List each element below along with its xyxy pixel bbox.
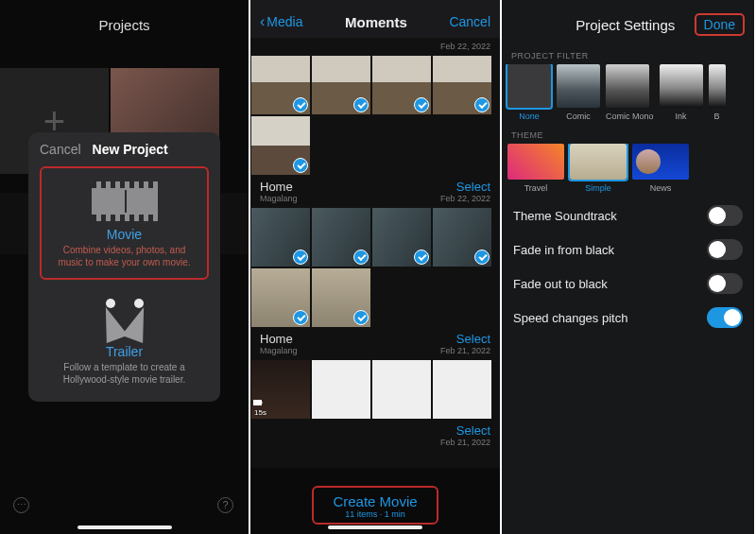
section-header: SelectFeb 21, 2022 xyxy=(250,420,500,451)
section-header: HomeMagalang SelectFeb 21, 2022 xyxy=(250,328,500,359)
media-thumb[interactable] xyxy=(433,56,491,114)
theme-row[interactable]: Travel Simple News xyxy=(502,144,754,193)
theme-name: Simple xyxy=(570,183,627,193)
setting-fade-in: Fade in from black xyxy=(513,233,743,267)
back-button[interactable]: ‹Media xyxy=(260,13,302,30)
screen-media-picker: ‹Media Moments Cancel Feb 22, 2022 HomeM… xyxy=(250,0,502,534)
media-thumb[interactable] xyxy=(372,56,431,114)
check-icon xyxy=(293,250,308,265)
filter-row[interactable]: None Comic Comic Mono Ink B xyxy=(502,64,754,121)
filter-section-label: PROJECT FILTER xyxy=(502,42,754,64)
media-thumb[interactable] xyxy=(312,268,370,327)
media-thumb[interactable] xyxy=(433,208,491,267)
section-header: HomeMagalang SelectFeb 22, 2022 xyxy=(250,176,500,207)
select-link[interactable]: Select xyxy=(440,180,490,194)
media-thumb[interactable] xyxy=(372,208,431,267)
trailer-desc: Follow a template to create a Hollywood-… xyxy=(47,359,201,386)
theme-name: News xyxy=(632,183,689,193)
section-title: Home xyxy=(260,180,298,194)
section-title: Home xyxy=(260,332,298,346)
section-subtitle: Magalang xyxy=(260,194,298,203)
filter-name: Comic xyxy=(557,112,600,121)
create-movie-label: Create Movie xyxy=(333,493,417,509)
back-label: Media xyxy=(266,14,302,29)
cancel-button[interactable]: Cancel xyxy=(449,14,490,29)
media-thumb[interactable] xyxy=(433,360,491,419)
check-icon xyxy=(474,97,490,112)
setting-label: Fade in from black xyxy=(513,243,614,257)
movie-option[interactable]: Movie Combine videos, photos, and music … xyxy=(40,166,209,280)
toggle-switch[interactable] xyxy=(707,273,743,294)
media-thumb[interactable] xyxy=(251,268,310,327)
select-link[interactable]: Select xyxy=(440,423,490,438)
movie-label: Movie xyxy=(49,227,199,242)
check-icon xyxy=(414,250,429,265)
media-thumb[interactable] xyxy=(251,56,310,114)
video-duration: 15s xyxy=(254,408,266,417)
media-thumb[interactable] xyxy=(312,56,370,114)
screen-project-settings: Project Settings Done PROJECT FILTER Non… xyxy=(502,0,754,534)
section-header: Feb 22, 2022 xyxy=(250,38,500,55)
check-icon xyxy=(353,310,369,325)
filter-name: None xyxy=(507,112,551,121)
cancel-button[interactable]: Cancel xyxy=(40,142,81,157)
toggle-switch[interactable] xyxy=(707,205,743,226)
film-icon xyxy=(92,181,158,221)
movie-desc: Combine videos, photos, and music to mak… xyxy=(49,242,199,268)
check-icon xyxy=(474,250,490,265)
screen-new-project: Projects + ⋯ ? Cancel New Project Movie … xyxy=(0,0,250,534)
settings-navbar: Project Settings Done xyxy=(502,0,754,42)
check-icon xyxy=(353,97,369,112)
trailer-label: Trailer xyxy=(47,344,201,359)
home-indicator xyxy=(328,525,422,529)
media-thumb[interactable] xyxy=(312,360,370,419)
moments-scroll[interactable]: Feb 22, 2022 HomeMagalang SelectFeb 22, … xyxy=(250,38,500,534)
select-link[interactable]: Select xyxy=(440,332,490,346)
create-movie-button[interactable]: Create Movie 11 items · 1 min xyxy=(312,486,438,525)
section-date: Feb 22, 2022 xyxy=(440,194,490,203)
theme-simple[interactable]: Simple xyxy=(570,144,627,193)
filter-name: Ink xyxy=(660,112,703,121)
section-date: Feb 21, 2022 xyxy=(440,438,490,447)
more-menu-icon[interactable]: ⋯ xyxy=(13,497,29,513)
toggle-switch[interactable] xyxy=(707,239,743,260)
check-icon xyxy=(414,97,429,112)
media-thumb[interactable] xyxy=(312,208,370,267)
setting-label: Theme Soundtrack xyxy=(513,209,617,223)
create-movie-sub: 11 items · 1 min xyxy=(333,509,417,519)
check-icon xyxy=(293,310,308,325)
picker-navbar: ‹Media Moments Cancel xyxy=(250,0,500,38)
theme-section-label: THEME xyxy=(502,121,754,144)
theme-news[interactable]: News xyxy=(632,144,689,193)
setting-theme-soundtrack: Theme Soundtrack xyxy=(513,198,743,233)
done-button[interactable]: Done xyxy=(695,13,745,36)
filter-comic[interactable]: Comic xyxy=(557,64,600,121)
filter-name: B xyxy=(709,112,726,121)
filter-partial[interactable]: B xyxy=(709,64,726,121)
trailer-option[interactable]: Trailer Follow a template to create a Ho… xyxy=(40,287,209,395)
media-thumb[interactable] xyxy=(251,116,310,175)
section-subtitle: Magalang xyxy=(260,346,298,355)
media-thumb[interactable]: 15s xyxy=(251,360,310,419)
new-project-modal: Cancel New Project Movie Combine videos,… xyxy=(28,132,220,402)
filter-ink[interactable]: Ink xyxy=(660,64,703,121)
picker-title: Moments xyxy=(345,14,407,30)
help-icon[interactable]: ? xyxy=(217,497,233,513)
check-icon xyxy=(293,97,308,112)
theme-name: Travel xyxy=(507,183,564,193)
check-icon xyxy=(293,158,308,173)
section-date: Feb 21, 2022 xyxy=(440,346,490,355)
setting-fade-out: Fade out to black xyxy=(513,267,743,301)
media-thumb[interactable] xyxy=(372,360,431,419)
toggle-switch[interactable] xyxy=(707,307,743,328)
section-date: Feb 22, 2022 xyxy=(440,42,490,51)
settings-title: Project Settings xyxy=(557,17,695,33)
setting-label: Fade out to black xyxy=(513,277,608,291)
setting-label: Speed changes pitch xyxy=(513,311,627,325)
setting-speed-pitch: Speed changes pitch xyxy=(513,301,743,335)
media-thumb[interactable] xyxy=(251,208,310,267)
theme-travel[interactable]: Travel xyxy=(507,144,564,193)
filter-comic-mono[interactable]: Comic Mono xyxy=(606,64,654,121)
check-icon xyxy=(353,250,369,265)
filter-none[interactable]: None xyxy=(507,64,551,121)
